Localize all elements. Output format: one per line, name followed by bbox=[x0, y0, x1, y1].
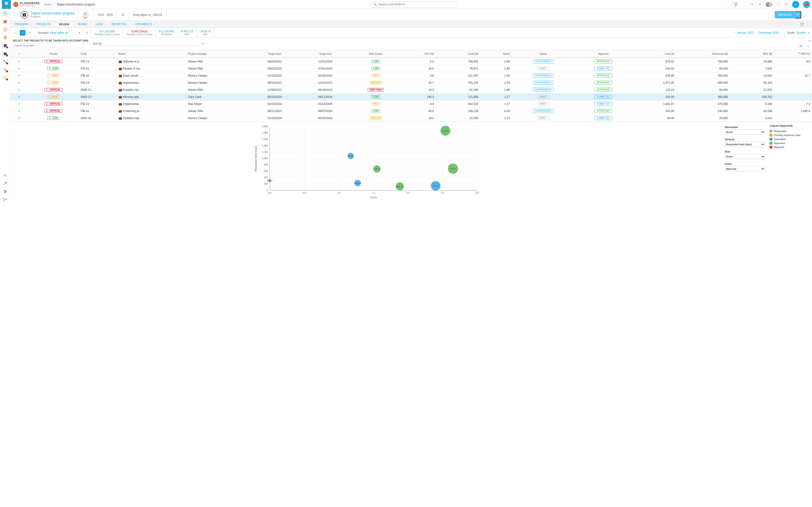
risk-tag: LOW bbox=[371, 109, 380, 113]
table-row[interactable]: ☐3 - LOWSWD S1💼Updated logi...Monica Can… bbox=[10, 115, 812, 122]
nav-clock-icon[interactable] bbox=[3, 27, 8, 32]
col-header[interactable]: ROI (%) bbox=[401, 50, 436, 58]
col-header[interactable]: NPV ($) bbox=[730, 50, 774, 58]
row-check[interactable]: ✔ bbox=[10, 101, 28, 108]
scenario-value[interactable]: Keep lights on bbox=[50, 31, 68, 35]
bubble-chart[interactable]: 02004006008001,0001,2001,4001,6001,8002,… bbox=[13, 124, 720, 200]
expand-cols-icon[interactable]: ⇥ bbox=[798, 51, 800, 54]
table-row[interactable]: ✔1 - CRITICALITB C1💼Website re-d...Steve… bbox=[10, 58, 812, 65]
nav-sliders-icon[interactable] bbox=[3, 189, 8, 194]
row-check[interactable]: ✔ bbox=[10, 58, 28, 65]
chevron-down-icon[interactable]: ▾ bbox=[808, 31, 809, 35]
range-start[interactable]: January 2021 bbox=[737, 31, 754, 35]
range-next-icon[interactable]: › bbox=[780, 31, 782, 35]
col-header[interactable]: Name bbox=[117, 50, 186, 58]
view-face-icon[interactable]: ☺ bbox=[27, 30, 33, 36]
range-end[interactable]: December 2026 bbox=[758, 31, 778, 35]
col-header[interactable]: Status bbox=[512, 50, 575, 58]
tab-documents[interactable]: DOCUMENTS bbox=[131, 23, 156, 25]
size-select[interactable]: Score bbox=[725, 154, 765, 159]
fullscreen-icon[interactable]: ⛶ bbox=[807, 23, 810, 26]
star-icon[interactable]: ★ bbox=[758, 2, 762, 7]
add-button[interactable]: ＋ bbox=[792, 1, 799, 8]
nav-doc-icon[interactable] bbox=[3, 35, 8, 40]
nav-network-icon[interactable] bbox=[3, 59, 8, 64]
risk-tag: MEDIUM bbox=[369, 116, 382, 120]
row-check[interactable]: ✔ bbox=[10, 108, 28, 115]
row-check[interactable]: ✔ bbox=[10, 93, 28, 101]
table-row[interactable]: ✔1 - CRITICALITB A1💼E-learning pl...Stev… bbox=[10, 108, 812, 115]
chevron-down-icon[interactable]: ▾ bbox=[202, 42, 203, 45]
col-header[interactable]: Code bbox=[79, 50, 117, 58]
row-check[interactable]: ✔ bbox=[10, 79, 28, 86]
breadcrumb-home[interactable]: Home bbox=[44, 3, 52, 6]
row-check[interactable]: ✔ bbox=[10, 86, 28, 93]
chevron-down-icon[interactable]: ▾ bbox=[79, 31, 80, 35]
close-icon[interactable]: ✕ bbox=[769, 3, 772, 6]
chevron-right-icon[interactable]: › bbox=[10, 13, 18, 16]
vertical-select[interactable]: Requested load (days) bbox=[725, 142, 765, 147]
col-header[interactable]: Target start bbox=[249, 50, 300, 58]
col-header[interactable]: Target end bbox=[300, 50, 351, 58]
table-row[interactable]: ✔2 - HIGHITB S2💼SaaS server ...Monica Ca… bbox=[10, 72, 812, 79]
col-header[interactable]: Score bbox=[480, 50, 512, 58]
nav-dashboard-icon[interactable] bbox=[3, 11, 8, 16]
col-header[interactable]: Load (d) bbox=[632, 50, 676, 58]
filter-icon[interactable] bbox=[734, 2, 738, 7]
col-header[interactable]: Risk impact bbox=[351, 50, 401, 58]
cell-rev: 360,000 bbox=[676, 93, 730, 101]
program-owner[interactable] bbox=[77, 9, 93, 20]
col-header[interactable]: Project manager bbox=[186, 50, 249, 58]
tab-reporting[interactable]: REPORTING bbox=[107, 23, 131, 25]
tab-logs[interactable]: LOGS bbox=[91, 23, 107, 25]
col-header[interactable]: Revenues ($) bbox=[676, 50, 730, 58]
program-title[interactable]: Digital transformation program bbox=[30, 11, 75, 15]
approve-button[interactable]: APPROVE bbox=[775, 11, 795, 18]
tab-board[interactable]: BOARD bbox=[74, 23, 91, 25]
tab-projects[interactable]: PROJECTS bbox=[32, 23, 55, 25]
flag-icon[interactable]: ⚑ bbox=[784, 2, 789, 7]
undo-icon[interactable]: ↶ bbox=[799, 44, 803, 49]
edit-chip[interactable]: ✎ ✕ bbox=[766, 2, 772, 7]
col-header[interactable]: IRR (%) bbox=[774, 50, 812, 58]
project-search-input[interactable] bbox=[13, 43, 83, 48]
help-icon[interactable]: ? bbox=[776, 2, 780, 7]
range-prev-icon[interactable]: ‹ bbox=[734, 31, 735, 35]
nav-gears-icon[interactable] bbox=[3, 67, 8, 72]
row-check[interactable]: ✔ bbox=[10, 72, 28, 79]
tab-program[interactable]: PROGRAM bbox=[10, 23, 32, 25]
row-check[interactable]: ☐ bbox=[10, 115, 28, 122]
table-row[interactable]: ✔2 - HIGHSWD C2💼Memory opti...Gary Clark… bbox=[10, 93, 812, 101]
row-check[interactable]: ✔ bbox=[10, 65, 28, 72]
table-row[interactable]: ✔3 - LOWITB S1💼Review of Sa...Steven Ril… bbox=[10, 65, 812, 72]
view-network-icon[interactable]: ⚛ bbox=[20, 30, 25, 36]
col-header[interactable]: Approval bbox=[575, 50, 632, 58]
comments-icon[interactable]: 💬 bbox=[801, 23, 804, 26]
table-row[interactable]: ✔1 - CRITICALSWD C1💼Analytics Ap...Steve… bbox=[10, 86, 812, 93]
copy-icon[interactable]: ⎘ bbox=[83, 28, 91, 38]
mail-icon[interactable]: ✉ bbox=[750, 2, 754, 7]
color-select[interactable]: Approval bbox=[725, 166, 765, 171]
nav-tools-icon[interactable] bbox=[3, 181, 8, 186]
nav-sun-icon[interactable] bbox=[3, 75, 8, 80]
more-menu-icon[interactable]: ⋮ bbox=[803, 12, 809, 17]
col-header[interactable]: Priority bbox=[28, 50, 79, 58]
col-header[interactable]: ✓ bbox=[10, 50, 28, 58]
sort-select[interactable] bbox=[104, 41, 201, 46]
horizontal-select[interactable]: Score bbox=[725, 129, 765, 135]
scale-value[interactable]: Quarter bbox=[796, 31, 806, 35]
nav-settings-icon[interactable] bbox=[3, 173, 8, 178]
user-avatar[interactable] bbox=[2, 0, 11, 9]
search-input[interactable] bbox=[378, 3, 455, 6]
nav-building3-icon[interactable] bbox=[3, 51, 8, 56]
col-header[interactable]: Costs ($) bbox=[436, 50, 480, 58]
nav-building2-icon[interactable] bbox=[3, 43, 8, 48]
table-row[interactable]: ✔2 - HIGHITB C4💼Implementat...Monica Can… bbox=[10, 79, 812, 86]
nav-building-icon[interactable] bbox=[3, 19, 8, 24]
approve-dropdown[interactable]: ▾ bbox=[795, 11, 801, 18]
table-row[interactable]: ✔1 - CRITICALITB C2💼Implementat...Max Me… bbox=[10, 101, 812, 108]
view-card-icon[interactable]: ▭ bbox=[12, 30, 18, 36]
pin-button[interactable]: 📌 bbox=[802, 0, 811, 9]
tab-review[interactable]: REVIEW bbox=[55, 23, 74, 26]
nav-logout-icon[interactable] bbox=[3, 197, 8, 202]
